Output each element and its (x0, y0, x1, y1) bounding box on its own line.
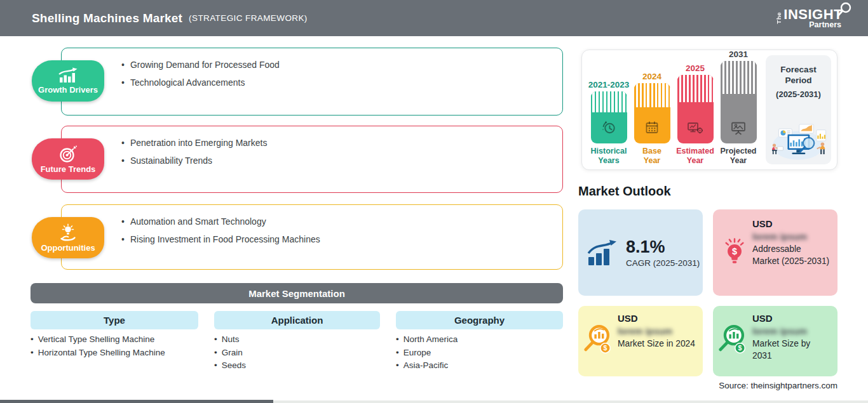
list-item: Automation and Smart Technology (121, 215, 552, 228)
insight-partners-logo: The INSIGHT Partners (776, 8, 850, 29)
future-trends-badge: Future Trends (32, 138, 104, 180)
addressable-market-card: $ USD lorem ipsum Addressable Market (20… (713, 209, 837, 296)
currency-label: USD (618, 313, 695, 324)
cagr-label: CAGR (2025-2031) (626, 258, 700, 268)
header-bar: Shelling Machines Market (STRATEGIC FRAM… (0, 0, 868, 36)
market-size-2024-card: $ USD lorem ipsum Market Size in 2024 (578, 306, 703, 376)
market-segmentation-header: Market Segmentation (31, 283, 563, 303)
infographic-canvas: Shelling Machines Market (STRATEGIC FRAM… (0, 0, 868, 403)
growth-drivers-box: Growing Demand for Processed Food Techno… (61, 48, 563, 116)
bar-label: Projected Year (720, 147, 757, 166)
svg-text:$: $ (604, 344, 607, 352)
list-item: Seeds (214, 359, 246, 373)
list-item: Technological Advancements (121, 76, 552, 89)
page-title: Shelling Machines Market (32, 11, 182, 25)
clock-icon (601, 120, 616, 135)
timeline-estimated-year: 2025 Estimated Year (677, 63, 714, 166)
segment-column-type: Type (31, 311, 198, 329)
target-icon (58, 145, 78, 164)
market-size-2031-card: $ USD lorem ipsum Market Size by 2031 (713, 306, 837, 376)
year-label: 2021-2023 (588, 80, 630, 89)
timeline-bars: 2021-2023 Historical Years 2024 (590, 50, 757, 166)
svg-text:$: $ (732, 246, 737, 256)
blurred-value: lorem ipsum (752, 326, 830, 336)
card-label: Market Size by 2031 (752, 338, 830, 362)
forecast-period-title: Forecast Period (776, 64, 822, 86)
bulb-hand-icon (58, 223, 78, 242)
timeline-card: 2021-2023 Historical Years 2024 (581, 50, 837, 170)
monitor-gear-icon (687, 120, 703, 135)
market-outlook-title: Market Outlook (578, 184, 671, 199)
year-label: 2025 (686, 63, 705, 73)
list-item: Sustainability Trends (121, 154, 552, 168)
list-item: Horizontal Type Shelling Machine (31, 347, 165, 360)
application-list: Nuts Grain Seeds (214, 333, 246, 373)
timeline-bar (721, 61, 757, 143)
segment-column-geography: Geography (396, 311, 563, 329)
list-item: Asia-Pacific (396, 359, 458, 373)
forecast-period-panel: Forecast Period (2025-2031) (766, 55, 831, 164)
list-item: Grain (214, 347, 246, 360)
logo-partners: Partners (809, 21, 841, 29)
timeline-projected-year: 2031 Projected Year (720, 50, 757, 166)
growth-drivers-badge: Growth Drivers (32, 60, 104, 102)
bottom-strip-light (273, 400, 868, 403)
logo-stack: INSIGHT Partners (783, 8, 850, 29)
presentation-icon (730, 120, 747, 135)
future-trends-section: Penetration into Emerging Markets Sustai… (0, 126, 563, 193)
bar-chart-growth-icon (57, 67, 79, 84)
opportunities-box: Automation and Smart Technology Rising I… (61, 204, 563, 270)
list-item: Vertical Type Shelling Machine (31, 333, 165, 347)
calendar-icon (644, 120, 660, 135)
list-item: Growing Demand for Processed Food (121, 58, 552, 72)
currency-label: USD (752, 313, 830, 324)
timeline-bar (634, 83, 670, 143)
magnifier-icon (836, 2, 853, 18)
year-label: 2031 (729, 50, 748, 59)
blurred-value: lorem ipsum (618, 326, 695, 336)
timeline-bar (677, 75, 714, 143)
bar-label: Historical Years (590, 147, 627, 166)
year-label: 2024 (642, 72, 661, 81)
source-attribution: Source: theinsightpartners.com (719, 381, 837, 390)
card-label: Market Size in 2024 (618, 338, 695, 350)
badge-label: Growth Drivers (38, 85, 98, 95)
opportunities-section: Automation and Smart Technology Rising I… (0, 204, 563, 270)
list-item: Rising Investment in Food Processing Mac… (121, 233, 552, 246)
card-label: Addressable Market (2025-2031) (752, 243, 830, 267)
bottom-strip-dark (0, 400, 273, 403)
list-item: North America (396, 333, 458, 347)
bulb-dollar-icon: $ (722, 237, 747, 267)
geography-list: North America Europe Asia-Pacific (396, 333, 458, 373)
cagr-card: 8.1% CAGR (2025-2031) (578, 209, 703, 296)
bar-label: Estimated Year (676, 147, 714, 166)
blurred-value: lorem ipsum (752, 232, 830, 242)
segment-column-application: Application (214, 311, 380, 329)
magnifier-chart-icon: $ (581, 322, 615, 355)
currency-label: USD (752, 218, 830, 229)
opportunities-badge: Opportunities (32, 217, 104, 258)
magnifier-chart-icon: $ (715, 322, 750, 355)
list-item: Penetration into Emerging Markets (121, 136, 552, 150)
list-item: Europe (396, 347, 458, 360)
forecast-period-range: (2025-2031) (776, 89, 821, 99)
timeline-base-year: 2024 Base Year (634, 72, 670, 166)
future-trends-box: Penetration into Emerging Markets Sustai… (61, 126, 563, 193)
type-list: Vertical Type Shelling Machine Horizonta… (31, 333, 165, 359)
badge-label: Future Trends (41, 164, 96, 174)
list-item: Nuts (214, 333, 246, 347)
page-subtitle: (STRATEGIC FRAMEWORK) (189, 13, 308, 23)
timeline-bar (591, 91, 627, 143)
svg-text:$: $ (738, 344, 742, 352)
logo-the: The (776, 12, 782, 23)
forecast-illustration (768, 122, 829, 161)
growth-chart-icon (587, 239, 618, 266)
timeline-historical-years: 2021-2023 Historical Years (590, 80, 627, 166)
bar-label: Base Year (634, 147, 670, 166)
growth-drivers-section: Growing Demand for Processed Food Techno… (0, 48, 563, 116)
cagr-value: 8.1% (626, 237, 700, 256)
logo-insight: INSIGHT (783, 8, 843, 22)
badge-label: Opportunities (41, 243, 95, 253)
